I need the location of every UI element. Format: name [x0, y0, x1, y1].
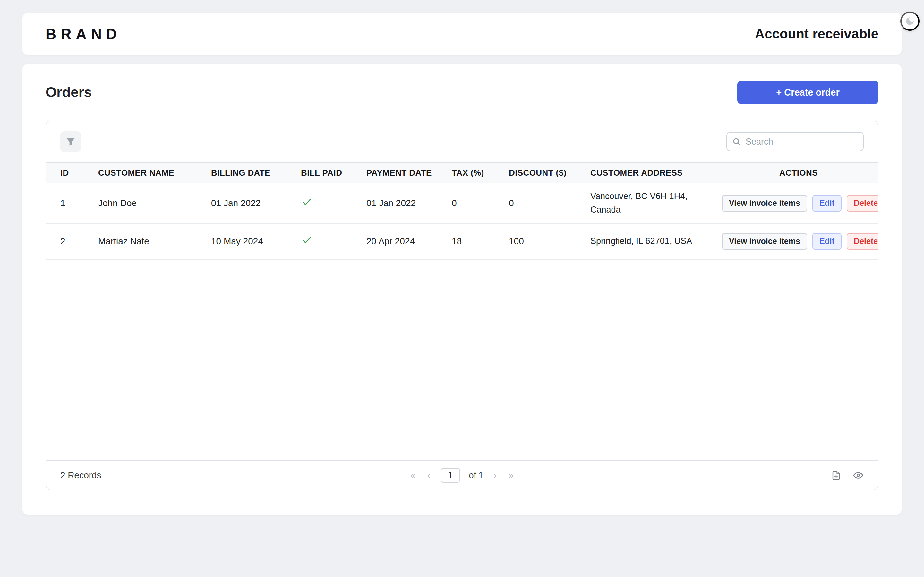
orders-section: Orders + Create order [23, 64, 901, 515]
cell-customer-address: Vancouver, BC V6H 1H4, Canada [584, 183, 716, 223]
brand-logo: BRAND [45, 25, 121, 43]
cell-id: 2 [46, 223, 92, 259]
footer-icons [831, 470, 864, 481]
pagination: « ‹ of 1 › » [409, 468, 515, 483]
column-header-billing-date: BILLING DATE [205, 163, 294, 183]
funnel-icon [65, 137, 76, 147]
view-invoice-items-button[interactable]: View invoice items [722, 195, 807, 211]
pagination-next-button[interactable]: › [493, 470, 498, 481]
cell-bill-paid [294, 223, 360, 259]
delete-button[interactable]: Delete [846, 233, 878, 250]
moon-icon [905, 16, 915, 26]
table-scroll-area: ID CUSTOMER NAME BILLING DATE BILL PAID … [46, 162, 878, 460]
cell-tax: 0 [445, 183, 502, 223]
search-input[interactable] [746, 137, 858, 147]
pagination-first-button[interactable]: « [409, 470, 417, 481]
table-footer: 2 Records « ‹ of 1 › » [46, 460, 878, 490]
cell-bill-paid [294, 183, 360, 223]
table-header-row: ID CUSTOMER NAME BILLING DATE BILL PAID … [46, 163, 878, 183]
edit-button[interactable]: Edit [813, 195, 842, 211]
pagination-prev-button[interactable]: ‹ [426, 470, 431, 481]
view-invoice-items-button[interactable]: View invoice items [722, 233, 807, 250]
cell-customer-name: Martiaz Nate [92, 223, 205, 259]
cell-customer-address: Springfield, IL 62701, USA [584, 223, 716, 259]
create-order-button[interactable]: + Create order [737, 81, 879, 104]
filter-button[interactable] [60, 131, 81, 152]
column-header-bill-paid: BILL PAID [294, 163, 360, 183]
column-header-actions: ACTIONS [716, 163, 878, 183]
delete-button[interactable]: Delete [846, 195, 878, 211]
edit-button[interactable]: Edit [813, 233, 842, 250]
pagination-last-button[interactable]: » [507, 470, 515, 481]
search-icon [732, 137, 741, 146]
cell-discount: 100 [502, 223, 584, 259]
pagination-total-label: of 1 [469, 471, 483, 480]
table-row: 2 Martiaz Nate 10 May 2024 20 Apr 2024 1… [46, 223, 878, 259]
cell-discount: 0 [502, 183, 584, 223]
orders-table-panel: ID CUSTOMER NAME BILLING DATE BILL PAID … [45, 121, 879, 490]
page-title: Orders [45, 84, 92, 100]
orders-table: ID CUSTOMER NAME BILLING DATE BILL PAID … [46, 162, 878, 259]
cell-payment-date: 20 Apr 2024 [360, 223, 445, 259]
top-bar: BRAND Account receivable [23, 13, 901, 55]
column-header-tax: TAX (%) [445, 163, 502, 183]
check-icon [301, 234, 312, 246]
cell-actions: View invoice items Edit Delete [716, 183, 878, 223]
column-header-discount: DISCOUNT ($) [502, 163, 584, 183]
search-box [726, 132, 864, 151]
cell-billing-date: 01 Jan 2022 [205, 183, 294, 223]
table-row: 1 John Doe 01 Jan 2022 01 Jan 2022 0 [46, 183, 878, 223]
records-count: 2 Records [60, 470, 102, 480]
cell-customer-name: John Doe [92, 183, 205, 223]
document-icon [831, 470, 841, 480]
check-icon [301, 196, 312, 208]
toggle-visibility-button[interactable] [853, 470, 864, 481]
column-header-id: ID [46, 163, 92, 183]
column-header-customer-address: CUSTOMER ADDRESS [584, 163, 716, 183]
column-header-payment-date: PAYMENT DATE [360, 163, 445, 183]
cell-billing-date: 10 May 2024 [205, 223, 294, 259]
cell-id: 1 [46, 183, 92, 223]
table-toolbar [46, 121, 878, 162]
pagination-page-input[interactable] [441, 468, 460, 483]
orders-header: Orders + Create order [23, 64, 901, 104]
theme-toggle-button[interactable] [900, 11, 919, 31]
app-title: Account receivable [755, 26, 879, 42]
eye-icon [853, 470, 864, 481]
export-records-button[interactable] [831, 470, 841, 480]
cell-payment-date: 01 Jan 2022 [360, 183, 445, 223]
cell-actions: View invoice items Edit Delete [716, 223, 878, 259]
cell-tax: 18 [445, 223, 502, 259]
column-header-customer-name: CUSTOMER NAME [92, 163, 205, 183]
